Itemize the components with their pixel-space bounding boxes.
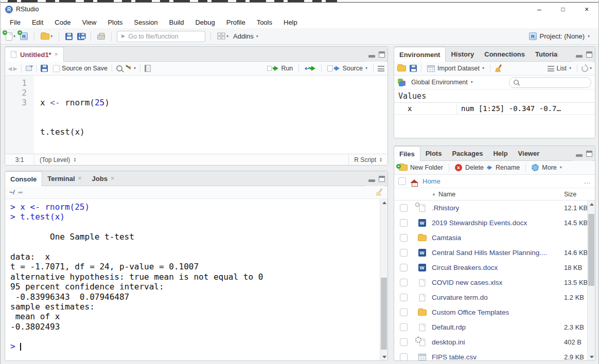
import-dataset-button[interactable]: Import Dataset ▾ — [426, 64, 486, 73]
file-checkbox[interactable] — [400, 204, 408, 212]
file-checkbox[interactable] — [400, 219, 408, 227]
clear-console-broom-icon[interactable] — [375, 188, 383, 196]
close-icon[interactable]: × — [78, 175, 82, 182]
tab-history[interactable]: History — [446, 47, 479, 61]
file-checkbox[interactable] — [400, 338, 408, 346]
tab-connections[interactable]: Connections — [479, 47, 530, 61]
file-checkbox[interactable] — [400, 279, 408, 286]
scrollbar-thumb[interactable] — [381, 278, 387, 350]
file-row[interactable]: FIPS table.csv 2.9 KB — [394, 350, 595, 360]
tab-plots[interactable]: Plots — [420, 146, 447, 160]
menu-code[interactable]: Code — [49, 19, 76, 26]
new-project-button[interactable]: R + — [19, 31, 29, 41]
tab-help[interactable]: Help — [488, 146, 513, 160]
maximize-pane-icon[interactable] — [586, 51, 592, 58]
more-button[interactable]: More ▾ — [530, 163, 563, 172]
menu-session[interactable]: Session — [128, 19, 163, 26]
rename-button[interactable]: Rename — [487, 163, 521, 172]
close-button[interactable]: × — [575, 3, 598, 16]
environment-search-box[interactable] — [509, 77, 591, 88]
file-row[interactable]: Curvature term.do 1.2 KB — [394, 290, 595, 305]
minimize-button[interactable]: – — [527, 3, 551, 16]
tab-files[interactable]: Files — [394, 146, 420, 161]
environment-scope-selector[interactable]: Global Environment ▾ — [410, 78, 474, 87]
scroll-down-arrow[interactable] — [588, 353, 595, 360]
breadcrumb-home-link[interactable]: Home — [422, 177, 441, 185]
menu-tools[interactable]: Tools — [251, 19, 278, 26]
file-checkbox[interactable] — [400, 353, 408, 360]
minimize-pane-icon[interactable] — [368, 55, 375, 58]
close-icon[interactable]: × — [55, 51, 58, 58]
save-icon[interactable] — [41, 65, 48, 72]
goto-file-function-box[interactable]: ➤ — [117, 31, 205, 42]
file-row[interactable]: COVID new cases.xlsx 13.5 KB — [394, 275, 595, 290]
maximize-button[interactable]: □ — [551, 3, 575, 16]
minimize-pane-icon[interactable] — [576, 154, 583, 157]
search-icon[interactable] — [116, 65, 122, 71]
menu-build[interactable]: Build — [164, 19, 190, 26]
minimize-pane-icon[interactable] — [576, 55, 583, 58]
file-checkbox[interactable] — [400, 308, 408, 316]
menu-profile[interactable]: Profile — [221, 19, 251, 26]
new-folder-button[interactable]: + New Folder — [397, 163, 445, 172]
maximize-pane-icon[interactable] — [379, 51, 385, 58]
back-icon[interactable]: ◂ — [8, 64, 12, 72]
file-row[interactable]: .Rhistory 12.1 KB — [394, 201, 595, 215]
menu-plots[interactable]: Plots — [102, 19, 128, 26]
name-column-header[interactable]: ▲ Name — [394, 191, 455, 198]
source-on-save-checkbox[interactable] — [53, 65, 60, 72]
load-workspace-icon[interactable] — [397, 65, 406, 71]
workspace-panes-button[interactable]: ▾ — [216, 31, 230, 41]
delete-button[interactable]: × Delete — [453, 163, 485, 172]
scroll-down-arrow[interactable] — [380, 353, 387, 360]
environment-entry-x[interactable]: x num [1:25] -0.347 -0.7… — [394, 103, 595, 115]
chevron-down-icon[interactable]: ▾ — [50, 34, 52, 39]
scroll-up-arrow[interactable] — [380, 199, 387, 206]
file-checkbox[interactable] — [400, 234, 408, 242]
file-row[interactable]: desktop.ini 402 B — [394, 335, 595, 350]
file-row[interactable]: Default.rdp 2.3 KB — [394, 320, 595, 335]
tab-untitled1[interactable]: Untitled1* × — [5, 47, 64, 62]
save-workspace-icon[interactable] — [410, 65, 417, 72]
file-row[interactable]: Custom Office Templates — [394, 305, 595, 320]
save-all-button[interactable] — [76, 32, 86, 41]
chevron-down-icon[interactable]: ▾ — [134, 66, 136, 70]
chevron-down-icon[interactable]: ▾ — [590, 66, 592, 70]
open-file-button[interactable]: ▾ — [39, 32, 54, 41]
console-output[interactable]: > x <- rnorm(25) > t.test(x) One Sample … — [5, 199, 387, 360]
refresh-icon[interactable] — [582, 65, 588, 72]
scroll-up-arrow[interactable] — [588, 201, 595, 208]
menu-file[interactable]: File — [4, 19, 26, 26]
source-button[interactable]: Source ▾ — [326, 64, 369, 73]
chevron-down-icon[interactable]: ▾ — [226, 34, 228, 39]
chevron-down-icon[interactable]: ▾ — [365, 66, 367, 70]
addins-button[interactable]: Addins ▾ — [232, 31, 260, 41]
show-in-new-window-icon[interactable] — [26, 66, 32, 71]
console-scrollbar[interactable] — [380, 199, 387, 360]
console-prompt-line[interactable]: > — [10, 341, 375, 351]
tab-tutorial[interactable]: Tutorial — [530, 47, 558, 61]
code-lines[interactable]: x <- rnorm(25) t.test(x) — [34, 76, 110, 154]
tab-packages[interactable]: Packages — [447, 146, 488, 160]
code-tools-wand-icon[interactable]: ✦ — [124, 64, 132, 72]
environment-search-input[interactable] — [522, 79, 595, 86]
scope-selector[interactable]: (Top Level) ▲▼ — [34, 154, 348, 165]
tab-terminal[interactable]: Terminal× — [42, 171, 86, 186]
menu-help[interactable]: Help — [278, 19, 303, 26]
tab-viewer[interactable]: Viewer — [513, 146, 545, 160]
rerun-button[interactable]: ↩ — [303, 64, 317, 73]
file-row[interactable]: Camtasia — [394, 230, 595, 245]
goto-file-function-input[interactable] — [128, 33, 211, 40]
tab-environment[interactable]: Environment — [394, 47, 446, 62]
save-button[interactable] — [64, 32, 74, 41]
print-button[interactable] — [96, 32, 107, 41]
file-row[interactable]: W Circuit Breakers.docx 18 KB — [394, 260, 595, 275]
document-outline-icon[interactable] — [378, 66, 384, 71]
path-more-button[interactable]: ... — [584, 178, 591, 185]
list-view-button[interactable]: List ▾ — [546, 64, 573, 73]
project-menu-button[interactable]: R Project: (None) ▾ — [529, 32, 590, 40]
size-column-header[interactable]: Size — [564, 191, 576, 198]
menu-edit[interactable]: Edit — [26, 19, 49, 26]
compile-report-icon[interactable] — [145, 65, 151, 72]
tab-console[interactable]: Console — [5, 171, 42, 186]
